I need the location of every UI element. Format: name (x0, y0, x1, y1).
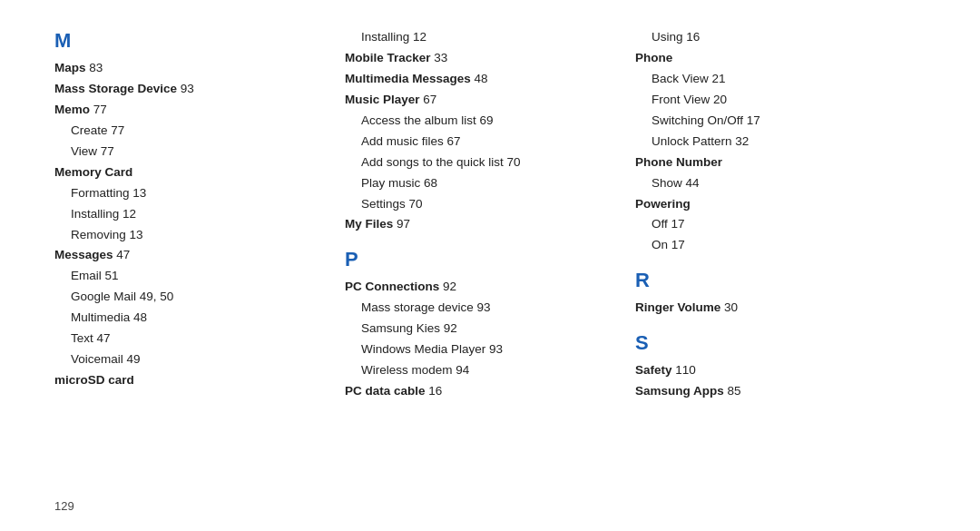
list-item: Samsung Apps 85 (635, 381, 907, 402)
column-3: Using 16 Phone Back View 21 Front View 2… (635, 27, 926, 490)
list-item: Add music files 67 (345, 132, 617, 152)
list-item: PC data cable 16 (345, 381, 617, 402)
list-item: Removing 13 (54, 225, 327, 246)
col2-top-entries: Installing 12 Mobile Tracker 33 Multimed… (345, 27, 617, 235)
list-item: Switching On/Off 17 (635, 111, 907, 132)
list-item: Memo 77 (54, 100, 327, 121)
list-item: On 17 (635, 235, 907, 256)
list-item: Using 16 (635, 27, 907, 48)
column-1: M Maps 83 Mass Storage Device 93 Memo 77… (54, 27, 345, 490)
list-item: Show 44 (635, 173, 907, 194)
list-item: Windows Media Player 93 (345, 339, 617, 360)
list-item: Memory Card (54, 162, 327, 183)
index-page: M Maps 83 Mass Storage Device 93 Memo 77… (0, 0, 980, 531)
list-item: Safety 110 (635, 360, 907, 381)
list-item: Play music 68 (345, 173, 617, 194)
list-item: Phone (635, 48, 907, 69)
page-footer: 129 (54, 499, 926, 513)
list-item: Wireless modem 94 (345, 360, 617, 381)
letter-s: S (635, 331, 907, 355)
letter-p: P (345, 248, 617, 271)
list-item: Off 17 (635, 214, 907, 235)
col3-top-entries: Using 16 Phone Back View 21 Front View 2… (635, 27, 907, 256)
list-item: Text 47 (54, 329, 327, 349)
list-item: Google Mail 49, 50 (54, 287, 327, 308)
list-item: Installing 12 (345, 27, 617, 48)
list-item: Add songs to the quick list 70 (345, 152, 617, 173)
list-item: My Files 97 (345, 214, 617, 235)
list-item: Installing 12 (54, 204, 327, 225)
list-item: Messages 47 (54, 245, 327, 266)
list-item: Samsung Kies 92 (345, 319, 617, 339)
list-item: Mobile Tracker 33 (345, 48, 617, 69)
list-item: Email 51 (54, 266, 327, 287)
list-item: Settings 70 (345, 194, 617, 215)
list-item: View 77 (54, 142, 327, 162)
list-item: PC Connections 92 (345, 277, 617, 298)
list-item: Back View 21 (635, 69, 907, 90)
list-item: Phone Number (635, 152, 907, 173)
list-item: Front View 20 (635, 90, 907, 111)
letter-r: R (635, 269, 907, 292)
list-item: Maps 83 (54, 58, 327, 79)
page-number: 129 (54, 499, 74, 513)
list-item: Access the album list 69 (345, 111, 617, 132)
list-item: Music Player 67 (345, 90, 617, 111)
list-item: Powering (635, 194, 907, 215)
col1-entries: Maps 83 Mass Storage Device 93 Memo 77 C… (54, 58, 327, 391)
columns-container: M Maps 83 Mass Storage Device 93 Memo 77… (54, 27, 926, 490)
list-item: Create 77 (54, 121, 327, 142)
col3-s-entries: Safety 110 Samsung Apps 85 (635, 360, 907, 402)
col3-r-entries: Ringer Volume 30 (635, 298, 907, 319)
list-item: Ringer Volume 30 (635, 298, 907, 319)
list-item: microSD card (54, 370, 327, 391)
column-2: Installing 12 Mobile Tracker 33 Multimed… (345, 27, 635, 490)
col2-p-entries: PC Connections 92 Mass storage device 93… (345, 277, 617, 402)
list-item: Multimedia 48 (54, 308, 327, 329)
list-item: Unlock Pattern 32 (635, 132, 907, 152)
list-item: Mass storage device 93 (345, 298, 617, 319)
list-item: Multimedia Messages 48 (345, 69, 617, 90)
letter-m: M (54, 29, 327, 53)
list-item: Mass Storage Device 93 (54, 79, 327, 100)
list-item: Formatting 13 (54, 183, 327, 204)
list-item: Voicemail 49 (54, 349, 327, 370)
